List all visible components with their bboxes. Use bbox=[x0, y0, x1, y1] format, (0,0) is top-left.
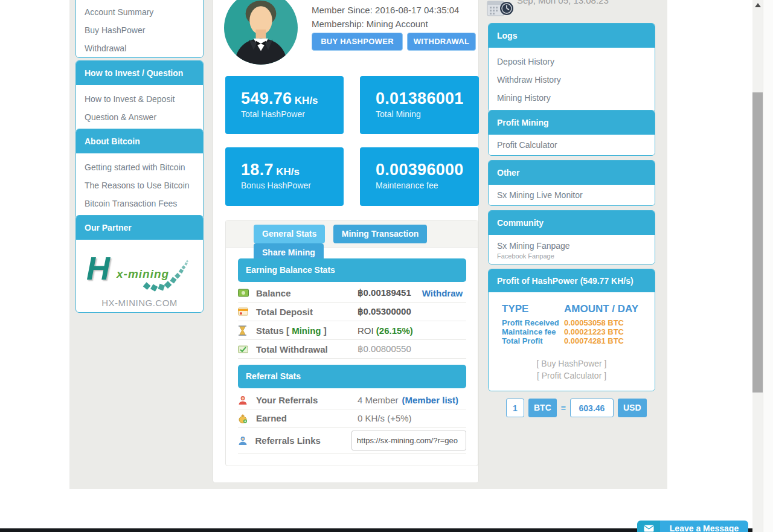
invest-panel: How to Invest / Question How to Invest &… bbox=[75, 60, 204, 133]
status-label-suffix: ] bbox=[324, 325, 327, 336]
envelope-icon bbox=[644, 525, 654, 532]
profit-row-amount: 0.00021223 BTC bbox=[564, 327, 638, 336]
stat-bonus-hashpower: 18.7 KH/s Bonus HashPower bbox=[225, 147, 344, 206]
profit-type-header: TYPE bbox=[502, 303, 564, 315]
person-red-icon bbox=[238, 396, 248, 405]
community-panel-title: Community bbox=[489, 211, 655, 235]
main-panel: Member Since: 2016-08-17 04:35:04 Member… bbox=[213, 0, 479, 483]
other-panel-title: Other bbox=[489, 161, 655, 185]
logo-brand-text: x-mining bbox=[117, 268, 169, 281]
profit-hashpower-box: Profit of HashPower (549.77 KH/s) TYPE P… bbox=[488, 269, 655, 391]
profit-calculator-link[interactable]: [ Profit Calculator ] bbox=[489, 370, 655, 382]
sidebar-item-profit-calculator[interactable]: Profit Calculator bbox=[489, 136, 655, 154]
scrollbar-thumb[interactable] bbox=[752, 92, 763, 393]
avatar bbox=[224, 0, 298, 65]
usd-amount-input[interactable] bbox=[570, 399, 614, 417]
sidebar-item-reasons-bitcoin[interactable]: The Reasons to Use Bitcoin bbox=[76, 176, 203, 194]
balance-row: Balance ฿0.00189451 Withdraw bbox=[238, 284, 466, 303]
dashboard-page: Account Summary Buy HashPower Withdrawal… bbox=[0, 0, 773, 532]
profit-box-title: Profit of HashPower (549.77 KH/s) bbox=[489, 269, 655, 292]
stat-value: 0.00396000 bbox=[376, 161, 464, 179]
profit-row-type: Maintaince fee bbox=[502, 327, 564, 336]
profit-mining-title: Profit Mining bbox=[489, 111, 655, 135]
withdrawal-button[interactable]: WITHDRAWAL bbox=[407, 33, 476, 51]
moneybag-icon bbox=[238, 414, 248, 423]
partner-logo-link[interactable]: H x-mining bbox=[76, 248, 203, 308]
roi-value: (26.15%) bbox=[376, 325, 413, 336]
btc-amount-input[interactable] bbox=[506, 399, 524, 417]
withdrawal-card-icon bbox=[238, 345, 248, 353]
your-referrals-label: Your Referrals bbox=[256, 395, 358, 405]
usd-currency-button[interactable]: USD bbox=[618, 399, 647, 417]
total-deposit-value: ฿0.05300000 bbox=[358, 306, 411, 317]
stat-label: Total HashPower bbox=[241, 109, 344, 119]
scrollbar-up-arrow[interactable] bbox=[755, 3, 761, 7]
person-blue-icon bbox=[238, 436, 248, 446]
server-time-text: Sep, Mon 05, 13:08:23 bbox=[517, 0, 609, 5]
earning-stats-header: Earning Balance Stats bbox=[238, 258, 466, 282]
sidebar-item-buy-hashpower[interactable]: Buy HashPower bbox=[76, 21, 203, 39]
stat-value: 549.76 bbox=[241, 89, 292, 107]
stat-value: 18.7 bbox=[241, 161, 274, 179]
referral-link-input[interactable] bbox=[351, 431, 466, 450]
about-bitcoin-title: About Bitcoin bbox=[76, 129, 203, 153]
partner-website-text: HX-MINING.COM bbox=[76, 298, 203, 308]
your-referrals-value: 4 Member bbox=[358, 395, 399, 405]
stat-unit: KH/s bbox=[276, 166, 300, 178]
sidebar-item-how-to-invest[interactable]: How to Invest & Deposit bbox=[76, 90, 203, 108]
leave-message-button[interactable]: Leave a Message bbox=[637, 521, 748, 532]
total-deposit-label: Total Deposit bbox=[256, 307, 358, 317]
partner-panel-title: Our Partner bbox=[76, 216, 203, 240]
status-state: Mining bbox=[292, 325, 321, 336]
earned-value: 0 KH/s (+5%) bbox=[358, 413, 412, 423]
logo-h-letter: H bbox=[86, 249, 110, 287]
referral-links-label: Referrals Links bbox=[255, 435, 351, 446]
stat-unit: KH/s bbox=[295, 95, 318, 106]
sidebar-item-live-monitor[interactable]: Sx Mining Live Monitor bbox=[489, 186, 655, 204]
sidebar-item-account-summary[interactable]: Account Summary bbox=[76, 3, 203, 21]
fanpage-sublabel: Facebook Fanpage bbox=[489, 252, 655, 260]
sidebar-item-deposit-history[interactable]: Deposit History bbox=[489, 53, 655, 71]
sidebar-item-question-answer[interactable]: Question & Answer bbox=[76, 108, 203, 126]
total-withdrawal-value: ฿0.00800550 bbox=[358, 344, 411, 354]
profit-row-amount: 0.00053058 BTC bbox=[564, 318, 638, 327]
stat-label: Maintenance fee bbox=[376, 181, 479, 190]
profit-row-type: Profit Received bbox=[502, 318, 564, 327]
sidebar-item-getting-started[interactable]: Getting started with Bitcoin bbox=[76, 158, 203, 176]
about-bitcoin-panel: About Bitcoin Getting started with Bitco… bbox=[75, 129, 204, 219]
sidebar-item-transaction-fees[interactable]: Bitcoin Transaction Fees bbox=[76, 194, 203, 213]
stat-maintenance-fee: 0.00396000 Maintenance fee bbox=[360, 147, 479, 206]
sidebar-item-mining-history[interactable]: Mining History bbox=[489, 89, 655, 107]
sidebar-item-withdrawal[interactable]: Withdrawal bbox=[76, 39, 203, 57]
credit-card-icon bbox=[238, 307, 248, 316]
logs-panel: Logs Deposit History Withdraw History Mi… bbox=[488, 23, 655, 112]
stat-total-hashpower: 549.76 KH/s Total HashPower bbox=[225, 76, 344, 134]
member-list-link[interactable]: (Member list) bbox=[402, 395, 458, 405]
stat-label: Total Mining bbox=[376, 109, 479, 119]
btc-currency-button[interactable]: BTC bbox=[528, 399, 557, 417]
earned-label: Earned bbox=[256, 413, 358, 423]
buy-hashpower-button[interactable]: BUY HASHPOWER bbox=[312, 33, 403, 51]
buy-hashpower-link[interactable]: [ Buy HashPower ] bbox=[489, 357, 655, 370]
calendar-clock-icon bbox=[487, 0, 515, 17]
withdraw-link[interactable]: Withdraw bbox=[422, 288, 463, 298]
balance-label: Balance bbox=[256, 288, 358, 298]
stat-value: 0.01386001 bbox=[376, 89, 464, 107]
referral-links-row: Referrals Links bbox=[238, 428, 466, 454]
partner-panel: Our Partner H bbox=[75, 215, 204, 313]
sidebar-item-withdraw-history[interactable]: Withdraw History bbox=[489, 71, 655, 89]
equals-sign: = bbox=[561, 403, 566, 413]
referral-stats-header: Referral Stats bbox=[238, 365, 466, 388]
status-row: Status [ Mining ] ROI (26.15%) bbox=[238, 321, 466, 340]
roi-label: ROI bbox=[358, 325, 374, 336]
window-edge bbox=[763, 0, 773, 532]
stats-tabbox: General Stats Mining Transaction Share M… bbox=[225, 220, 478, 466]
profit-mining-panel: Profit Mining Profit Calculator bbox=[488, 110, 655, 156]
tab-mining-transaction[interactable]: Mining Transaction bbox=[333, 225, 428, 243]
tab-general-stats[interactable]: General Stats bbox=[254, 225, 325, 243]
invest-panel-title: How to Invest / Question bbox=[76, 61, 203, 85]
stat-label: Bonus HashPower bbox=[241, 181, 344, 190]
hourglass-icon bbox=[238, 325, 247, 336]
sidebar-item-fanpage[interactable]: Sx Mining Fanpage bbox=[489, 239, 655, 252]
your-referrals-row: Your Referrals 4 Member (Member list) bbox=[238, 391, 466, 409]
